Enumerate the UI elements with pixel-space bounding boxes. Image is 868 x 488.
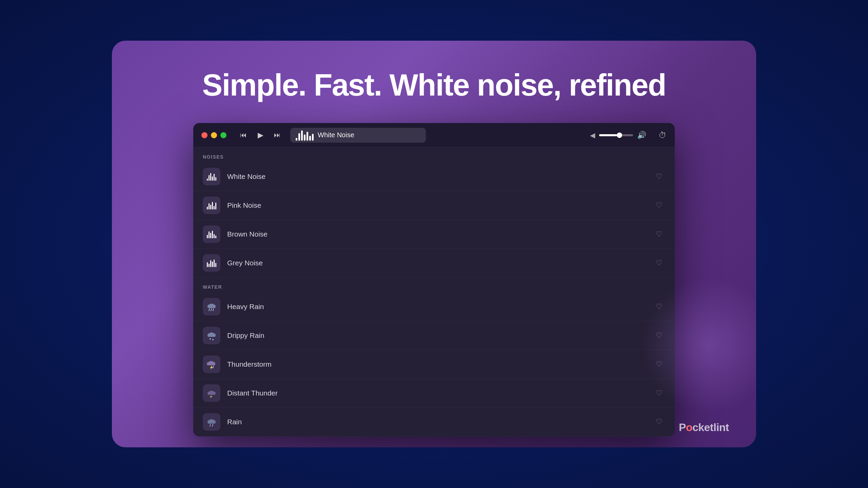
rewind-button[interactable]: ⏮	[237, 129, 250, 141]
minimize-button[interactable]	[211, 132, 217, 138]
waveform-bar-5	[307, 132, 308, 141]
white-noise-icon	[203, 168, 220, 185]
play-icon: ▶	[258, 131, 263, 140]
volume-fill	[599, 134, 619, 136]
favorite-button[interactable]: ♡	[653, 256, 665, 270]
list-item[interactable]: White Noise ♡	[193, 162, 675, 191]
title-bar: ⏮ ▶ ⏭ White Noise	[193, 123, 675, 147]
rain-svg	[206, 301, 217, 312]
content-area: NOISES White Noise ♡	[193, 147, 675, 436]
waveform-bar-1	[296, 138, 297, 141]
noise-item-label: Distant Thunder	[227, 389, 653, 397]
section-header-water: WATER	[193, 278, 675, 292]
waveform-bar-6	[309, 136, 311, 141]
waveform-mini	[207, 230, 216, 238]
headline: Simple. Fast. White noise, refined	[202, 68, 666, 103]
noise-item-label: Pink Noise	[227, 201, 653, 209]
watermark: Pocketlint	[679, 421, 729, 434]
brown-noise-icon	[203, 225, 220, 243]
noise-item-label: Thunderstorm	[227, 360, 653, 368]
heavy-rain-icon	[203, 298, 220, 316]
now-playing-title: White Noise	[318, 131, 354, 139]
favorite-button[interactable]: ♡	[653, 300, 665, 314]
list-item[interactable]: Thunderstorm ♡	[193, 350, 675, 379]
volume-high-icon: 🔊	[637, 131, 646, 140]
svg-line-1	[211, 309, 212, 311]
transport-controls: ⏮ ▶ ⏭	[237, 129, 283, 141]
favorite-button[interactable]: ♡	[653, 386, 665, 400]
noise-item-label: Drippy Rain	[227, 331, 653, 340]
waveform-icon	[296, 130, 314, 141]
distant-thunder-icon	[203, 384, 220, 402]
noise-item-label: Brown Noise	[227, 230, 653, 238]
list-item[interactable]: Pink Noise ♡	[193, 191, 675, 220]
svg-line-7	[212, 424, 213, 426]
svg-point-3	[210, 338, 211, 340]
volume-low-icon: ◀	[590, 131, 595, 139]
rewind-icon: ⏮	[240, 131, 247, 139]
list-item[interactable]: Grey Noise ♡	[193, 249, 675, 278]
forward-icon: ⏭	[274, 131, 281, 139]
favorite-button[interactable]: ♡	[653, 198, 665, 212]
forward-button[interactable]: ⏭	[271, 129, 283, 141]
thunder-svg	[206, 359, 217, 370]
waveform-bar-4	[304, 135, 305, 141]
list-item[interactable]: Distant Thunder ♡	[193, 379, 675, 408]
timer-button[interactable]: ⏱	[658, 130, 667, 140]
favorite-button[interactable]: ♡	[653, 328, 665, 343]
list-item[interactable]: Heavy Rain ♡	[193, 292, 675, 321]
svg-line-5	[213, 366, 214, 368]
list-item[interactable]: Drippy Rain ♡	[193, 321, 675, 350]
section-header-noises: NOISES	[193, 147, 675, 162]
list-item[interactable]: Rain ♡	[193, 408, 675, 436]
waveform-bar-2	[298, 133, 300, 141]
favorite-button[interactable]: ♡	[653, 415, 665, 429]
favorite-button[interactable]: ♡	[653, 357, 665, 371]
distant-thunder-svg	[206, 388, 217, 399]
play-button[interactable]: ▶	[254, 129, 267, 141]
list-item[interactable]: Brown Noise ♡	[193, 220, 675, 249]
noise-item-label: Rain	[227, 418, 653, 426]
svg-line-2	[213, 309, 214, 311]
waveform-mini	[207, 201, 216, 209]
watermark-accent: o	[686, 421, 692, 433]
outer-container: Simple. Fast. White noise, refined ⏮ ▶ ⏭	[112, 41, 756, 447]
app-window: ⏮ ▶ ⏭ White Noise	[193, 123, 675, 436]
waveform-mini	[207, 172, 216, 181]
waveform-mini	[207, 259, 216, 267]
svg-point-4	[212, 339, 214, 340]
maximize-button[interactable]	[220, 132, 226, 138]
noise-item-label: Grey Noise	[227, 259, 653, 267]
thunderstorm-icon	[203, 355, 220, 373]
close-button[interactable]	[201, 132, 208, 138]
window-controls	[201, 132, 226, 138]
drip-svg	[206, 330, 217, 341]
noise-item-label: Heavy Rain	[227, 303, 653, 311]
waveform-bar-3	[301, 130, 303, 141]
drippy-rain-icon	[203, 327, 220, 344]
svg-line-0	[209, 309, 210, 311]
rain-light-svg	[206, 416, 217, 427]
favorite-button[interactable]: ♡	[653, 227, 665, 241]
now-playing-bar: White Noise	[290, 128, 426, 143]
grey-noise-icon	[203, 254, 220, 272]
waveform-bar-7	[312, 134, 314, 141]
volume-thumb	[617, 133, 622, 138]
svg-line-6	[210, 424, 211, 426]
volume-section: ◀ 🔊	[590, 131, 646, 140]
volume-slider[interactable]	[599, 134, 633, 136]
noise-item-label: White Noise	[227, 172, 653, 181]
pink-noise-icon	[203, 197, 220, 214]
rain-icon	[203, 413, 220, 431]
favorite-button[interactable]: ♡	[653, 169, 665, 184]
